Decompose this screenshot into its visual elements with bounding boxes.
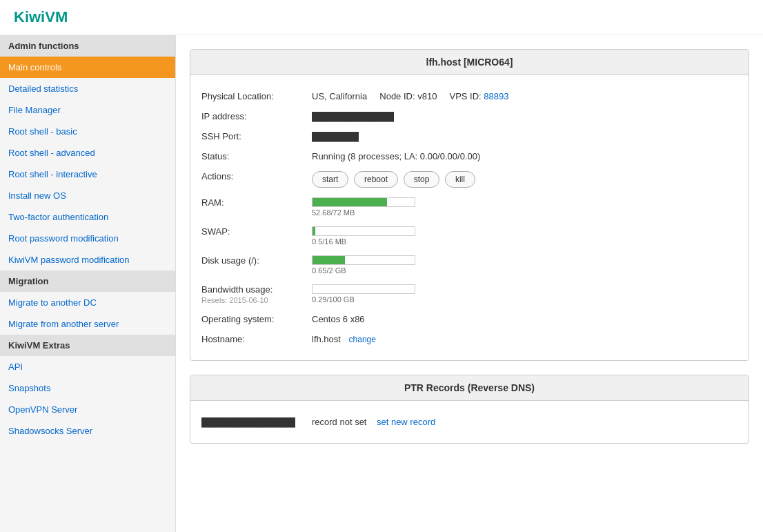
sidebar-item-root-password[interactable]: Root password modification (0, 228, 175, 249)
start-button[interactable]: start (312, 171, 348, 188)
physical-location-label: Physical Location: (201, 91, 312, 101)
sidebar-item-two-factor[interactable]: Two-factor authentication (0, 206, 175, 228)
os-value: Centos 6 x86 (312, 314, 737, 324)
ssh-port-label: SSH Port: (201, 131, 312, 141)
swap-usage-label: 0.5/16 MB (312, 237, 737, 246)
bandwidth-row: Bandwidth usage: Resets: 2015-06-10 0.29… (201, 279, 737, 309)
ip-address-label: IP address: (201, 111, 312, 121)
main-info-panel: lfh.host [MICRO64] Physical Location: US… (190, 49, 749, 361)
physical-location-row: Physical Location: US, California Node I… (201, 86, 737, 106)
ram-progress-bar (312, 197, 415, 207)
ptr-record-status: record not set set new record (312, 417, 737, 427)
disk-value: 0.65/2 GB (312, 255, 737, 275)
actions-value: start reboot stop kill (312, 171, 737, 188)
swap-progress-bar (312, 226, 415, 236)
swap-row: SWAP: 0.5/16 MB (201, 221, 737, 250)
stop-button[interactable]: stop (404, 171, 440, 188)
sidebar-item-migrate-to-dc[interactable]: Migrate to another DC (0, 292, 175, 313)
sidebar-item-api[interactable]: API (0, 356, 175, 377)
ram-value: 52.68/72 MB (312, 197, 737, 217)
disk-label: Disk usage (/): (201, 255, 312, 266)
hostname-value: lfh.host change (312, 334, 737, 344)
migration-section: Migration (0, 270, 175, 292)
ip-address-value: ██████████████ (312, 111, 737, 121)
disk-progress-fill (313, 256, 345, 264)
sidebar-item-kiwivm-password[interactable]: KiwiVM password modification (0, 249, 175, 270)
sidebar-item-migrate-from-server[interactable]: Migrate from another server (0, 313, 175, 335)
ssh-port-row: SSH Port: ████████ (201, 126, 737, 146)
sidebar-item-openvpn[interactable]: OpenVPN Server (0, 399, 175, 420)
hostname-change-link[interactable]: change (349, 335, 376, 344)
extras-section: KiwiVM Extras (0, 335, 175, 356)
app-logo: KiwiVM (14, 8, 749, 26)
ssh-port-value: ████████ (312, 131, 737, 141)
actions-label: Actions: (201, 171, 312, 181)
sidebar-item-root-shell-basic[interactable]: Root shell - basic (0, 121, 175, 142)
sidebar-item-root-shell-advanced[interactable]: Root shell - advanced (0, 142, 175, 164)
ip-redacted: ██████████████ (312, 112, 394, 121)
ptr-ip-value: ████████████████ (201, 417, 312, 427)
physical-location-value: US, California Node ID: v810 VPS ID: 888… (312, 91, 737, 101)
vps-id-label: VPS ID: (449, 91, 481, 101)
ram-label: RAM: (201, 197, 312, 208)
os-label: Operating system: (201, 314, 312, 324)
vps-id-value: 88893 (484, 91, 508, 101)
node-id-label: Node ID: (379, 91, 415, 101)
ssh-port-redacted: ████████ (312, 132, 359, 141)
reboot-button[interactable]: reboot (354, 171, 398, 188)
ram-usage-label: 52.68/72 MB (312, 208, 737, 217)
swap-label: SWAP: (201, 226, 312, 237)
disk-row: Disk usage (/): 0.65/2 GB (201, 250, 737, 279)
bandwidth-usage-label: 0.29/100 GB (312, 295, 737, 304)
bandwidth-progress-bar (312, 284, 415, 294)
bandwidth-value: 0.29/100 GB (312, 284, 737, 304)
bandwidth-resets: Resets: 2015-06-10 (201, 296, 312, 304)
ip-address-row: IP address: ██████████████ (201, 106, 737, 126)
hostname-row: Hostname: lfh.host change (201, 329, 737, 349)
set-new-record-link[interactable]: set new record (377, 417, 435, 427)
swap-progress-fill (313, 227, 315, 235)
ram-progress-fill (313, 198, 387, 206)
sidebar-item-snapshots[interactable]: Snapshots (0, 377, 175, 399)
disk-usage-label: 0.65/2 GB (312, 266, 737, 275)
disk-progress-bar (312, 255, 415, 265)
hostname-label: Hostname: (201, 334, 312, 344)
ptr-panel: PTR Records (Reverse DNS) ██████████████… (190, 375, 749, 444)
actions-row: Actions: start reboot stop kill (201, 166, 737, 193)
status-row: Status: Running (8 processes; LA: 0.00/0… (201, 146, 737, 166)
swap-value: 0.5/16 MB (312, 226, 737, 246)
ptr-record-row: ████████████████ record not set set new … (201, 412, 737, 432)
node-id-value: v810 (417, 91, 437, 101)
sidebar-item-shadowsocks[interactable]: Shadowsocks Server (0, 420, 175, 442)
status-value: Running (8 processes; LA: 0.00/0.00/0.00… (312, 151, 737, 161)
sidebar-item-install-new-os[interactable]: Install new OS (0, 185, 175, 206)
sidebar-item-main-controls[interactable]: Main controls (0, 57, 175, 78)
admin-functions-section: Admin functions (0, 35, 175, 57)
os-row: Operating system: Centos 6 x86 (201, 309, 737, 329)
ptr-panel-title: PTR Records (Reverse DNS) (190, 375, 749, 401)
status-label: Status: (201, 151, 312, 161)
ram-row: RAM: 52.68/72 MB (201, 193, 737, 221)
sidebar-item-file-manager[interactable]: File Manager (0, 99, 175, 121)
panel-title: lfh.host [MICRO64] (190, 50, 749, 75)
kill-button[interactable]: kill (445, 171, 475, 188)
sidebar-item-detailed-statistics[interactable]: Detailed statistics (0, 78, 175, 99)
sidebar-item-root-shell-interactive[interactable]: Root shell - interactive (0, 164, 175, 185)
bandwidth-label: Bandwidth usage: Resets: 2015-06-10 (201, 284, 312, 304)
